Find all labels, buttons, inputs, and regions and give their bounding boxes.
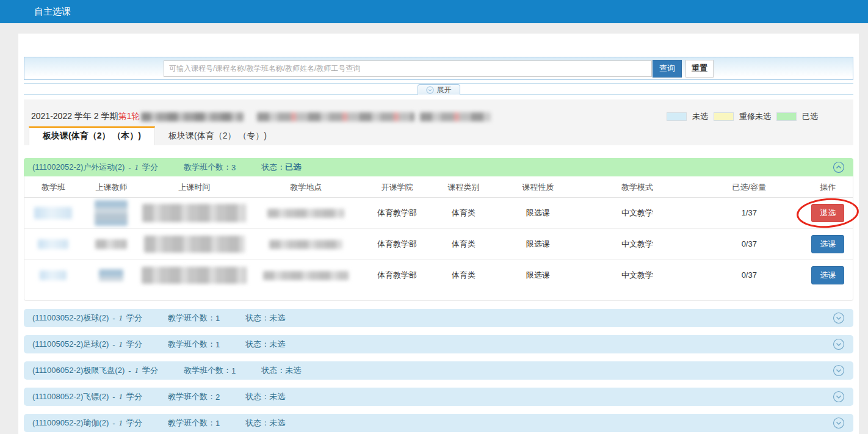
legend-label-selected: 已选 [802, 111, 818, 122]
course-credits: 1 [119, 313, 123, 323]
credits-label: 学分 [126, 313, 142, 324]
status-label: 状态： [245, 418, 269, 429]
legend-swatch-unselected [667, 112, 687, 121]
term-label: 2021-2022 学年 2 学期 [31, 111, 118, 122]
col-capacity: 已选/容量 [695, 178, 803, 197]
credits-label: 学分 [126, 339, 142, 350]
course-header-football[interactable]: (111005052-2)足球(2) - 1 学分 教学班个数： 1 状态： 未… [24, 335, 853, 353]
cell-category: 体育类 [430, 259, 497, 291]
credits-label: 学分 [126, 391, 142, 402]
legend-label-retake: 重修未选 [739, 111, 771, 122]
course-header-yoga[interactable]: (111009052-2)瑜伽(2) - 1 学分 教学班个数： 1 状态： 未… [24, 414, 853, 432]
cell-college: 体育教学部 [364, 259, 430, 291]
legend-swatch-selected [776, 112, 797, 121]
term-round: 第1轮 [118, 111, 140, 122]
tab-sports-undergraduate[interactable]: 板块课(体育（2） （本）) [29, 126, 155, 145]
course-header-darts[interactable]: (111008052-2)飞镖(2) - 1 学分 教学班个数： 2 状态： 未… [24, 388, 853, 406]
chevron-up-circle-icon[interactable] [833, 161, 845, 173]
dash: - [128, 366, 131, 375]
legend-label-unselected: 未选 [692, 111, 708, 122]
course-code-name: (111005052-2)足球(2) [32, 339, 109, 350]
redacted-location [269, 240, 342, 249]
redacted-class-name [38, 239, 68, 249]
course-code-name: (111006052-2)极限飞盘(2) [32, 365, 125, 376]
cell-capacity: 1/37 [695, 197, 803, 228]
cell-college: 体育教学部 [364, 197, 430, 228]
class-count-label: 教学班个数： [168, 339, 215, 350]
category-tabs: 板块课(体育（2） （本）) 板块课(体育（2） （专）) [24, 126, 853, 145]
course-header-frisbee[interactable]: (111006052-2)极限飞盘(2) - 1 学分 教学班个数： 1 状态：… [24, 361, 853, 380]
course-header-cricket[interactable]: (111003052-2)板球(2) - 1 学分 教学班个数： 1 状态： 未… [24, 309, 853, 327]
status-label: 状态： [261, 162, 285, 173]
expand-label: 展开 [437, 85, 452, 95]
redacted-student-info-2 [420, 112, 491, 121]
status-value: 已选 [285, 162, 301, 173]
tab-sports-vocational[interactable]: 板块课(体育（2） （专）) [155, 126, 280, 145]
dash: - [112, 314, 115, 323]
course-credits: 1 [119, 339, 123, 349]
course-header-outdoor[interactable]: (111002052-2)户外运动(2) - 1 学分 教学班个数： 3 状态：… [24, 158, 853, 176]
redacted-teacher [95, 200, 128, 226]
col-nature: 课程性质 [496, 178, 579, 197]
course-credits: 1 [135, 162, 139, 172]
cell-nature: 限选课 [496, 197, 579, 228]
cell-category: 体育类 [430, 197, 497, 228]
status-legend: 未选 重修未选 已选 [667, 111, 846, 122]
term-row: 2021-2022 学年 2 学期 第1轮 未选 重修未选 已选 [24, 99, 853, 124]
query-button[interactable]: 查询 [653, 60, 682, 78]
chevron-down-circle-icon[interactable] [833, 391, 845, 403]
page: 查询 重置 展开 2021-2022 学年 2 学期 第1轮 [0, 23, 868, 434]
unselect-button[interactable]: 退选 [811, 204, 844, 222]
course-list: (111002052-2)户外运动(2) - 1 学分 教学班个数： 3 状态：… [24, 145, 853, 432]
expand-toggle[interactable]: 展开 [418, 84, 460, 95]
cell-nature: 限选课 [496, 228, 579, 259]
chevron-down-circle-icon[interactable] [833, 338, 845, 350]
col-class: 教学班 [24, 178, 82, 197]
cell-capacity: 0/37 [695, 259, 803, 291]
redacted-location [263, 271, 349, 280]
table-header-row: 教学班 上课教师 上课时间 教学地点 开课学院 课程类别 课程性质 教学模式 已… [24, 178, 853, 197]
class-count: 2 [215, 392, 220, 402]
course-code-name: (111002052-2)户外运动(2) [32, 162, 125, 173]
legend-swatch-retake [714, 112, 734, 121]
search-input[interactable] [164, 60, 652, 77]
credits-label: 学分 [142, 162, 158, 173]
redacted-location [267, 209, 344, 218]
filter-expand-strip: 展开 [24, 83, 853, 95]
redacted-class-name [34, 207, 72, 219]
chevron-down-circle-icon[interactable] [833, 417, 845, 429]
cell-mode: 中文教学 [579, 228, 695, 259]
redacted-student-info [257, 112, 414, 121]
select-button[interactable]: 选课 [811, 235, 844, 253]
course-code-name: (111008052-2)飞镖(2) [32, 391, 109, 402]
status-label: 状态： [261, 365, 285, 376]
app-header: 自主选课 [0, 0, 868, 23]
chevron-down-circle-icon [426, 86, 434, 94]
dash: - [112, 419, 115, 428]
status-label: 状态： [245, 391, 269, 402]
col-category: 课程类别 [430, 178, 497, 197]
col-mode: 教学模式 [579, 178, 695, 197]
dash: - [128, 163, 131, 172]
chevron-down-circle-icon[interactable] [833, 364, 845, 377]
select-button[interactable]: 选课 [811, 266, 844, 284]
col-action: 操作 [803, 178, 853, 197]
chevron-down-circle-icon[interactable] [833, 312, 845, 324]
page-title: 自主选课 [34, 6, 71, 18]
cell-mode: 中文教学 [579, 259, 695, 291]
course-panel-outdoor: (111002052-2)户外运动(2) - 1 学分 教学班个数： 3 状态：… [24, 158, 853, 301]
term-section: 2021-2022 学年 2 学期 第1轮 未选 重修未选 已选 板块课(体育（… [24, 99, 853, 145]
status-label: 状态： [245, 339, 269, 350]
course-code-name: (111003052-2)板球(2) [32, 313, 109, 324]
credits-label: 学分 [126, 418, 142, 429]
course-classes-table-wrap: 教学班 上课教师 上课时间 教学地点 开课学院 课程类别 课程性质 教学模式 已… [24, 176, 853, 301]
reset-button[interactable]: 重置 [685, 60, 714, 78]
status-value: 未选 [269, 313, 285, 324]
credits-label: 学分 [142, 365, 158, 376]
dash: - [112, 340, 115, 349]
table-row: 体育教学部 体育类 限选课 中文教学 0/37 选课 [24, 259, 853, 291]
col-teacher: 上课教师 [82, 178, 140, 197]
class-count: 1 [215, 340, 220, 349]
cell-category: 体育类 [430, 228, 497, 259]
cell-mode: 中文教学 [579, 197, 695, 228]
